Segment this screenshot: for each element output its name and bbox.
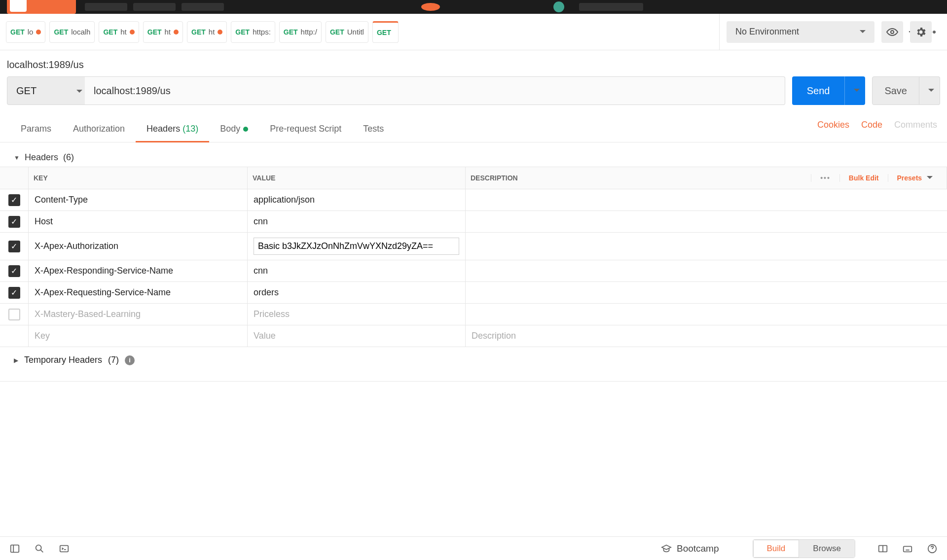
chevron-down-icon: [851, 87, 860, 95]
content-tabs: Params Authorization Headers (13) Body P…: [0, 114, 947, 142]
header-key-cell[interactable]: Host: [29, 211, 248, 232]
tab-method: GET: [103, 28, 117, 36]
request-tab[interactable]: GETlocalh: [49, 21, 95, 43]
avatar[interactable]: [553, 1, 564, 12]
code-link[interactable]: Code: [861, 120, 882, 130]
request-title: localhost:1989/us: [0, 50, 947, 76]
tab-method: GET: [284, 28, 298, 36]
header-key-cell[interactable]: X-Apex-Requesting-Service-Name: [29, 282, 248, 303]
tab-body-label: Body: [220, 124, 240, 134]
header-checkbox-cell[interactable]: ✓: [0, 189, 29, 210]
table-row-new[interactable]: Key Value Description: [0, 325, 947, 347]
tab-tests[interactable]: Tests: [352, 118, 395, 142]
tab-label: lo: [28, 28, 34, 36]
comments-link[interactable]: Comments: [894, 120, 937, 130]
request-tab[interactable]: GETUntitl: [326, 21, 368, 43]
header-checkbox-cell[interactable]: ✓: [0, 233, 29, 260]
header-desc-cell[interactable]: [466, 282, 947, 303]
request-tab[interactable]: GEThttp:/: [279, 21, 322, 43]
cookies-link[interactable]: Cookies: [817, 120, 849, 130]
tab-prerequest[interactable]: Pre-request Script: [259, 118, 352, 142]
top-slot: [133, 3, 176, 11]
send-dropdown-button[interactable]: [844, 76, 865, 105]
request-tab[interactable]: GETht: [187, 21, 227, 43]
tab-method: GET: [54, 28, 68, 36]
columns-menu-button[interactable]: •••: [811, 174, 839, 182]
header-desc-cell[interactable]: [466, 233, 947, 260]
temp-headers-count: (7): [108, 355, 119, 365]
table-row: ✓ X-Apex-Responding-Service-Name cnn: [0, 260, 947, 282]
header-checkbox-cell[interactable]: ✓: [0, 211, 29, 232]
temporary-headers-toggle[interactable]: ▶ Temporary Headers (7) i: [0, 347, 947, 369]
top-orange-circle: [421, 3, 440, 11]
header-desc-cell[interactable]: [466, 211, 947, 232]
header-value-cell[interactable]: cnn: [248, 260, 466, 281]
header-value-cell[interactable]: application/json: [248, 189, 466, 210]
top-slot: [182, 3, 224, 11]
header-value-cell[interactable]: orders: [248, 282, 466, 303]
header-checkbox-cell[interactable]: ✓: [0, 282, 29, 303]
tab-params[interactable]: Params: [10, 118, 62, 142]
checkbox-icon: ✓: [8, 265, 20, 277]
header-key-cell[interactable]: X-Mastery-Based-Learning: [29, 304, 248, 325]
header-desc-placeholder[interactable]: Description: [466, 325, 947, 347]
request-tab[interactable]: GETht: [99, 21, 139, 43]
header-value-cell[interactable]: [248, 233, 466, 260]
table-row: X-Mastery-Based-Learning Priceless: [0, 304, 947, 325]
unsaved-dot-icon: [174, 30, 179, 35]
environment-label: No Environment: [735, 27, 799, 37]
headers-table-head: KEY VALUE DESCRIPTION ••• Bulk Edit Pres…: [0, 167, 947, 189]
tabs-bar: GETloGETlocalhGEThtGEThtGEThtGEThttps:GE…: [0, 14, 947, 50]
col-value-header: VALUE: [248, 167, 466, 189]
url-input[interactable]: [85, 76, 785, 105]
request-tab[interactable]: GETht: [143, 21, 183, 43]
header-key-cell[interactable]: X-Apex-Responding-Service-Name: [29, 260, 248, 281]
header-key-placeholder[interactable]: Key: [29, 325, 248, 347]
header-checkbox-cell[interactable]: ✓: [0, 260, 29, 281]
method-label: GET: [16, 85, 36, 97]
header-desc-cell[interactable]: [466, 304, 947, 325]
checkbox-icon: ✓: [8, 287, 20, 299]
chevron-down-icon: [924, 174, 933, 182]
save-button[interactable]: Save: [872, 76, 919, 105]
header-value-placeholder[interactable]: Value: [248, 325, 466, 347]
triangle-down-icon: ▼: [14, 154, 20, 161]
presets-dropdown[interactable]: Presets: [888, 174, 942, 182]
request-input-row: GET Send Save: [0, 76, 947, 114]
col-desc-label: DESCRIPTION: [471, 174, 518, 182]
method-select[interactable]: GET: [7, 76, 92, 105]
temp-headers-label: Temporary Headers: [24, 355, 102, 365]
header-value-cell[interactable]: cnn: [248, 211, 466, 232]
headers-section-count: (6): [63, 152, 74, 163]
environment-select[interactable]: No Environment: [727, 21, 874, 43]
bulk-edit-link[interactable]: Bulk Edit: [839, 174, 888, 182]
chevron-down-icon: [925, 87, 934, 95]
save-dropdown-button[interactable]: [919, 76, 940, 105]
header-desc-cell[interactable]: [466, 189, 947, 210]
header-value-cell[interactable]: Priceless: [248, 304, 466, 325]
tab-label: ht: [120, 28, 127, 36]
tab-label: localh: [71, 28, 90, 36]
header-checkbox-cell[interactable]: [0, 304, 29, 325]
header-value-input[interactable]: [254, 238, 459, 255]
checkbox-icon: ✓: [8, 194, 20, 206]
environment-quicklook-button[interactable]: [881, 21, 903, 43]
request-tab[interactable]: GETlo: [6, 21, 45, 43]
tab-authorization[interactable]: Authorization: [62, 118, 136, 142]
tab-headers[interactable]: Headers (13): [136, 118, 209, 142]
header-desc-cell[interactable]: [466, 260, 947, 281]
tab-headers-count: (13): [182, 124, 198, 134]
headers-section-toggle[interactable]: ▼ Headers (6): [0, 142, 947, 167]
send-button[interactable]: Send: [792, 76, 845, 105]
tab-body[interactable]: Body: [209, 118, 259, 142]
headers-table-body: ✓ Content-Type application/json ✓ Host c…: [0, 189, 947, 347]
settings-button[interactable]: [910, 21, 932, 43]
col-desc-header: DESCRIPTION ••• Bulk Edit Presets: [466, 167, 947, 189]
send-group: Send: [792, 76, 866, 105]
request-tab[interactable]: GET: [372, 21, 399, 43]
header-key-cell[interactable]: X-Apex-Authorization: [29, 233, 248, 260]
info-icon[interactable]: i: [125, 355, 135, 365]
request-tab[interactable]: GEThttps:: [231, 21, 275, 43]
header-key-cell[interactable]: Content-Type: [29, 189, 248, 210]
chevron-down-icon: [73, 85, 82, 97]
